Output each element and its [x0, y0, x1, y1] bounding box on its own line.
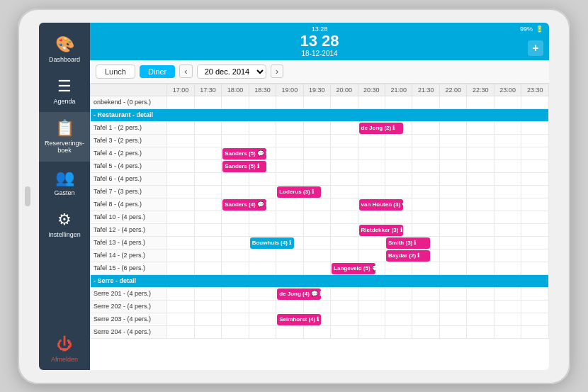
- time-cell: [385, 96, 412, 108]
- battery-icon: 🔋: [536, 26, 543, 33]
- reservation-block[interactable]: de Jong (2) ℹ: [359, 123, 403, 134]
- reservation-block[interactable]: Smith (3) ℹ: [386, 237, 430, 249]
- time-cell: [167, 185, 194, 198]
- time-cell: [521, 96, 549, 108]
- time-cell: [439, 249, 466, 262]
- sidebar-item-instellingen[interactable]: ⚙ Instellingen: [39, 203, 90, 245]
- reservation-block[interactable]: Rietdekker (3) ℹ: [359, 225, 403, 236]
- sidebar-item-gasten[interactable]: 👥 Gasten: [39, 162, 90, 203]
- time-cell: [276, 134, 303, 147]
- time-cell: [494, 185, 521, 198]
- reservation-block[interactable]: Langeveld (5) 💬 ℹ: [332, 263, 375, 274]
- time-cell: [194, 223, 221, 236]
- reservation-block[interactable]: Selmhorst (4) ℹ: [277, 314, 321, 325]
- date-select[interactable]: 20 dec. 2014: [197, 65, 266, 79]
- time-cell: [358, 211, 385, 223]
- time-cell: [412, 147, 439, 159]
- add-button[interactable]: +: [528, 40, 543, 56]
- reservation-block[interactable]: Baydar (2) ℹ: [386, 250, 430, 262]
- time-cell: [331, 147, 358, 159]
- time-cell: [194, 134, 221, 147]
- row-label: Tafel 10 - (4 pers.): [91, 211, 167, 223]
- time-22-00: 22:00: [439, 84, 466, 96]
- time-cell: Bouwhuis (4) ℹ: [249, 236, 276, 249]
- time-cell: [222, 287, 249, 300]
- schedule-area[interactable]: 17:00 17:30 18:00 18:30 19:00 19:30 20:0…: [90, 84, 549, 370]
- tablet-side-button[interactable]: [25, 186, 30, 206]
- table-row: Tafel 6 - (4 pers.): [91, 172, 549, 185]
- time-cell: [412, 96, 439, 108]
- reservation-block[interactable]: Loderus (3) ℹ: [277, 186, 321, 198]
- time-cell: [303, 223, 330, 236]
- time-cell: [331, 198, 358, 211]
- time-cell: [358, 313, 385, 325]
- time-19-30: 19:30: [303, 84, 330, 96]
- time-cell: [494, 249, 521, 262]
- time-cell: [412, 287, 439, 300]
- time-cell: [467, 262, 494, 274]
- table-row: Tafel 10 - (4 pers.): [91, 211, 549, 223]
- time-header-row: 17:00 17:30 18:00 18:30 19:00 19:30 20:0…: [91, 84, 549, 96]
- reservation-block[interactable]: Sanders (5) 💬 ℹ: [222, 148, 266, 159]
- time-cell: [303, 159, 330, 172]
- time-cell: [222, 96, 249, 108]
- time-cell: [303, 249, 330, 262]
- time-cell: [521, 223, 549, 236]
- lunch-button[interactable]: Lunch: [96, 65, 135, 79]
- tablet-frame: 🎨 Dashboard ☰ Agenda 📋 Reserverings-boek…: [18, 9, 570, 384]
- prev-date-button[interactable]: ‹: [179, 65, 192, 78]
- table-row: Tafel 3 - (2 pers.): [91, 134, 549, 147]
- time-cell: [331, 159, 358, 172]
- time-cell: [494, 172, 521, 185]
- time-cell: [167, 172, 194, 185]
- reservation-block[interactable]: Sanders (4) 💬 ℹ: [222, 199, 266, 211]
- time-cell: [467, 134, 494, 147]
- time-cell: [331, 287, 358, 300]
- time-21-00: 21:00: [385, 84, 412, 96]
- reservation-block[interactable]: Sanders (5) ℹ: [222, 161, 266, 172]
- time-cell: [412, 198, 439, 211]
- time-cell: [521, 211, 549, 223]
- main-area: 13:28 13 28 18-12-2014 99% 🔋 + Lunch Din…: [90, 23, 549, 370]
- diner-button[interactable]: Diner: [140, 65, 175, 78]
- time-cell: [249, 262, 276, 274]
- time-cell: [467, 121, 494, 134]
- time-cell: [249, 121, 276, 134]
- sidebar-item-reserveringsboek[interactable]: 📋 Reserverings-boek: [39, 112, 90, 162]
- time-cell: [521, 325, 549, 338]
- time-cell: [358, 147, 385, 159]
- next-date-button[interactable]: ›: [271, 65, 283, 78]
- sidebar-item-dashboard[interactable]: 🎨 Dashboard: [39, 28, 90, 70]
- time-cell: [467, 147, 494, 159]
- reservation-block[interactable]: van Houten (3) 💬 ℹ: [359, 199, 403, 211]
- time-cell: [222, 223, 249, 236]
- time-cell: [194, 198, 221, 211]
- time-cell: [467, 236, 494, 249]
- time-cell: [331, 223, 358, 236]
- sidebar-item-afmelden[interactable]: ⏻ Afmelden: [39, 328, 90, 370]
- table-row: Tafel 7 - (3 pers.)Loderus (3) ℹ: [91, 185, 549, 198]
- row-label: Tafel 15 - (6 pers.): [91, 262, 167, 274]
- reservation-block[interactable]: de Jong (4) 💬 ℹ: [277, 289, 321, 300]
- time-cell: [439, 121, 466, 134]
- table-row: onbekend - (0 pers.): [91, 96, 549, 108]
- time-cell: [494, 313, 521, 325]
- time-cell: [439, 159, 466, 172]
- reserveringsboek-icon: 📋: [55, 119, 74, 138]
- time-cell: Loderus (3) ℹ: [276, 185, 303, 198]
- time-cell: [467, 172, 494, 185]
- time-cell: [249, 96, 276, 108]
- time-cell: [167, 211, 194, 223]
- time-cell: [167, 198, 194, 211]
- time-cell: [412, 134, 439, 147]
- time-cell: [303, 96, 330, 108]
- table-row: Tafel 15 - (6 pers.)Langeveld (5) 💬 ℹ: [91, 262, 549, 274]
- time-cell: [249, 172, 276, 185]
- time-22-30: 22:30: [467, 84, 494, 96]
- sidebar-item-agenda[interactable]: ☰ Agenda: [39, 70, 90, 112]
- reservation-block[interactable]: Bouwhuis (4) ℹ: [250, 237, 294, 249]
- table-row: Tafel 12 - (4 pers.)Rietdekker (3) ℹ: [91, 223, 549, 236]
- time-cell: [439, 300, 466, 313]
- time-cell: [167, 121, 194, 134]
- time-cell: [276, 211, 303, 223]
